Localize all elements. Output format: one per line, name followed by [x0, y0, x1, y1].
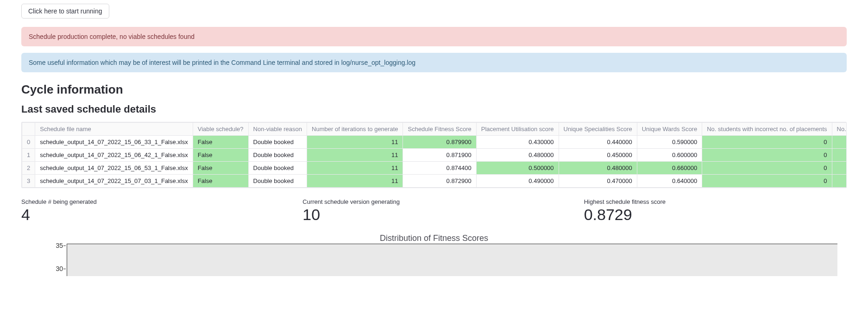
metric-label: Highest schedule fitness score [584, 198, 847, 205]
col-incorrect-students: No. students with incorrect no. of place… [702, 123, 832, 136]
metric-schedule-version: Current schedule version generating 10 [302, 198, 565, 223]
chart-plot-area [67, 244, 837, 276]
cell-filename: schedule_output_14_07_2022_15_07_03_1_Fa… [35, 175, 193, 188]
cell-iterations: 11 [307, 175, 403, 188]
cell-placement-util: 0.500000 [476, 162, 559, 175]
cell-unique-spec: 0.470000 [559, 175, 637, 188]
cell-reason: Double booked [248, 162, 307, 175]
cell-reason: Double booked [248, 175, 307, 188]
cell-filename: schedule_output_14_07_2022_15_06_53_1_Fa… [35, 162, 193, 175]
cell-unique-wards: 0.640000 [637, 175, 702, 188]
cell-unique-spec: 0.480000 [559, 162, 637, 175]
cell-unique-wards: 0.590000 [637, 136, 702, 149]
chart-ytick: 30 [49, 265, 63, 272]
cell-iterations: 11 [307, 162, 403, 175]
cell-incorrect-students: 0 [702, 149, 832, 162]
alert-error: Schedule production complete, no viable … [21, 27, 847, 46]
cell-incorrect-students: 0 [702, 175, 832, 188]
cell-incorrect-students: 0 [702, 162, 832, 175]
cell-fitness: 0.872900 [403, 175, 476, 188]
cell-filename: schedule_output_14_07_2022_15_06_42_1_Fa… [35, 149, 193, 162]
metric-highest-fitness: Highest schedule fitness score 0.8729 [584, 198, 847, 223]
col-unique-wards: Unique Wards Score [637, 123, 702, 136]
schedule-table: Schedule file name Viable schedule? Non-… [22, 122, 847, 188]
col-reason: Non-viable reason [248, 123, 307, 136]
cell-reason: Double booked [248, 149, 307, 162]
col-viable: Viable schedule? [193, 123, 248, 136]
cell-index: 2 [22, 162, 35, 175]
chart-title: Distribution of Fitness Scores [21, 233, 847, 243]
cell-filename: schedule_output_14_07_2022_15_06_33_1_Fa… [35, 136, 193, 149]
metric-label: Current schedule version generating [302, 198, 565, 205]
chart-ytick: 35 [49, 242, 63, 249]
table-header-row: Schedule file name Viable schedule? Non-… [22, 123, 847, 136]
col-placement-util: Placement Utilisation score [476, 123, 559, 136]
cell-viable: False [193, 149, 248, 162]
cycle-information-heading: Cycle information [21, 82, 847, 97]
cell-incorrect-students: 0 [702, 136, 832, 149]
schedule-table-container[interactable]: Schedule file name Viable schedule? Non-… [21, 122, 847, 188]
cell-incorrect-length [832, 175, 847, 188]
col-fitness: Schedule Fitness Score [403, 123, 476, 136]
metric-value: 0.8729 [584, 206, 847, 223]
cell-incorrect-length [832, 136, 847, 149]
cell-viable: False [193, 136, 248, 149]
cell-unique-spec: 0.440000 [559, 136, 637, 149]
metric-label: Schedule # being generated [21, 198, 284, 205]
cell-viable: False [193, 162, 248, 175]
cell-viable: False [193, 175, 248, 188]
col-index [22, 123, 35, 136]
col-incorrect-length: No. of placements with the incorrect len… [832, 123, 847, 136]
cell-placement-util: 0.480000 [476, 149, 559, 162]
cell-incorrect-length [832, 149, 847, 162]
alert-info: Some useful information which may be of … [21, 53, 847, 72]
cell-unique-wards: 0.660000 [637, 162, 702, 175]
cell-reason: Double booked [248, 136, 307, 149]
table-row[interactable]: 1schedule_output_14_07_2022_15_06_42_1_F… [22, 149, 847, 162]
fitness-distribution-chart: Distribution of Fitness Scores 35 30 [21, 233, 847, 276]
cell-incorrect-length [832, 162, 847, 175]
start-running-button[interactable]: Click here to start running [21, 4, 109, 19]
metrics-row: Schedule # being generated 4 Current sch… [21, 198, 847, 223]
table-row[interactable]: 3schedule_output_14_07_2022_15_07_03_1_F… [22, 175, 847, 188]
metric-value: 10 [302, 206, 565, 223]
cell-placement-util: 0.430000 [476, 136, 559, 149]
col-unique-spec: Unique Specialities Score [559, 123, 637, 136]
table-row[interactable]: 2schedule_output_14_07_2022_15_06_53_1_F… [22, 162, 847, 175]
metric-schedule-number: Schedule # being generated 4 [21, 198, 284, 223]
metric-value: 4 [21, 206, 284, 223]
cell-placement-util: 0.490000 [476, 175, 559, 188]
col-filename: Schedule file name [35, 123, 193, 136]
cell-fitness: 0.874400 [403, 162, 476, 175]
cell-iterations: 11 [307, 149, 403, 162]
cell-index: 3 [22, 175, 35, 188]
cell-index: 1 [22, 149, 35, 162]
col-iterations: Number of iterations to generate [307, 123, 403, 136]
cell-fitness: 0.879900 [403, 136, 476, 149]
table-row[interactable]: 0schedule_output_14_07_2022_15_06_33_1_F… [22, 136, 847, 149]
last-saved-schedule-heading: Last saved schedule details [21, 103, 847, 115]
cell-index: 0 [22, 136, 35, 149]
cell-iterations: 11 [307, 136, 403, 149]
cell-unique-wards: 0.600000 [637, 149, 702, 162]
cell-fitness: 0.871900 [403, 149, 476, 162]
cell-unique-spec: 0.450000 [559, 149, 637, 162]
